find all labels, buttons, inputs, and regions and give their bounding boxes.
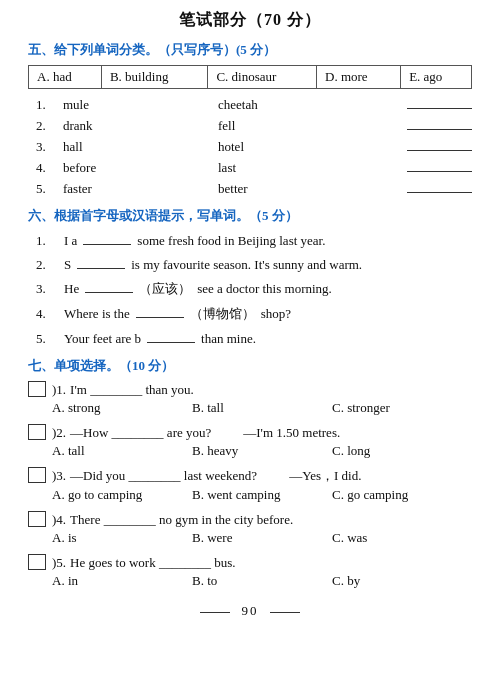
section6-title: 六、根据首字母或汉语提示，写单词。（5 分）	[28, 207, 472, 225]
section5-row-2: 3. hall hotel	[36, 139, 472, 155]
mcq-option-2: C. long	[332, 443, 472, 459]
answer-line	[407, 171, 472, 172]
mcq-bracket-row: )2. —How ________ are you?—I'm 1.50 metr…	[28, 424, 472, 441]
answer-line	[407, 192, 472, 193]
row-right: better	[218, 181, 400, 197]
row-answer	[400, 108, 472, 109]
row-right-word: hotel	[218, 139, 244, 155]
mcq-option-1: B. were	[192, 530, 332, 546]
row-left-word: mule	[63, 97, 89, 113]
fill-blank	[83, 231, 131, 245]
row-num: 5.	[36, 181, 58, 197]
row-right: cheetah	[218, 97, 400, 113]
main-title: 笔试部分（70 分）	[28, 10, 472, 31]
mcq-num: )1.	[52, 382, 66, 398]
mcq-item-1: )2. —How ________ are you?—I'm 1.50 metr…	[28, 424, 472, 459]
row-num: 2.	[36, 118, 58, 134]
item-suffix: is my favourite season. It's sunny and w…	[131, 257, 362, 273]
row-right-word: cheetah	[218, 97, 258, 113]
mcq-option-2: C. go camping	[332, 487, 472, 503]
item-suffix: than mine.	[201, 331, 256, 347]
row-right: fell	[218, 118, 400, 134]
item-prefix: I a	[64, 233, 77, 249]
row-num: 4.	[36, 160, 58, 176]
item-paren: （应该）	[139, 280, 191, 298]
section5-row-1: 2. drank fell	[36, 118, 472, 134]
section6-item-2: 3.He（应该）see a doctor this morning.	[36, 279, 472, 298]
fill-blank	[147, 329, 195, 343]
mcq-options-row: A. go to campingB. went campingC. go cam…	[52, 487, 472, 503]
section5-row-3: 4. before last	[36, 160, 472, 176]
mcq-item-3: )4. There ________ no gym in the city be…	[28, 511, 472, 546]
mcq-question-line1: —How ________ are you?	[70, 425, 211, 441]
mcq-option-2: C. was	[332, 530, 472, 546]
section6-item-3: 4.Where is the（博物馆）shop?	[36, 304, 472, 323]
mcq-options-row: A. isB. wereC. was	[52, 530, 472, 546]
answer-line	[407, 129, 472, 130]
classify-header-0: A. had	[29, 66, 102, 89]
section5-row-0: 1. mule cheetah	[36, 97, 472, 113]
mcq-bracket-row: )4. There ________ no gym in the city be…	[28, 511, 472, 528]
section5-row-4: 5. faster better	[36, 181, 472, 197]
mcq-bracket	[28, 511, 46, 527]
classify-table: A. hadB. buildingC. dinosaurD. moreE. ag…	[28, 65, 472, 89]
row-answer	[400, 192, 472, 193]
mcq-num: )4.	[52, 512, 66, 528]
mcq-bracket-row: )5. He goes to work ________ bus.	[28, 554, 472, 571]
mcq-option-1: B. to	[192, 573, 332, 589]
fill-blank	[77, 255, 125, 269]
item-prefix: Your feet are b	[64, 331, 141, 347]
mcq-question: I'm ________ than you.	[70, 382, 194, 398]
row-left-word: drank	[63, 118, 93, 134]
mcq-bracket-row: )1. I'm ________ than you.	[28, 381, 472, 398]
mcq-option-0: A. strong	[52, 400, 192, 416]
row-left: 2. drank	[36, 118, 218, 134]
section5-rows: 1. mule cheetah 2. drank fell 3. hall ho…	[36, 97, 472, 197]
mcq-question-line2: —Yes，I did.	[289, 467, 361, 485]
mcq-option-1: B. heavy	[192, 443, 332, 459]
item-suffix: shop?	[261, 306, 291, 322]
mcq-option-2: C. by	[332, 573, 472, 589]
row-left: 1. mule	[36, 97, 218, 113]
mcq-option-1: B. tall	[192, 400, 332, 416]
ex-num: 3.	[36, 281, 58, 297]
mcq-options-row: A. strongB. tallC. stronger	[52, 400, 472, 416]
mcq-bracket	[28, 424, 46, 440]
mcq-num: )2.	[52, 425, 66, 441]
mcq-option-0: A. tall	[52, 443, 192, 459]
mcq-item-4: )5. He goes to work ________ bus. A. inB…	[28, 554, 472, 589]
mcq-item-2: )3. —Did you ________ last weekend?—Yes，…	[28, 467, 472, 503]
mcq-option-2: C. stronger	[332, 400, 472, 416]
ex-num: 2.	[36, 257, 58, 273]
item-paren: （博物馆）	[190, 305, 255, 323]
item-prefix: S	[64, 257, 71, 273]
ex-num: 4.	[36, 306, 58, 322]
row-answer	[400, 129, 472, 130]
section6-item-1: 2.Sis my favourite season. It's sunny an…	[36, 255, 472, 273]
mcq-question-line1: He goes to work ________ bus.	[70, 555, 235, 571]
page-number-row: 90	[28, 603, 472, 619]
mcq-question-line2: —I'm 1.50 metres.	[243, 425, 340, 441]
mcq-option-0: A. go to camping	[52, 487, 192, 503]
row-right-word: better	[218, 181, 248, 197]
row-right: last	[218, 160, 400, 176]
mcq-option-0: A. in	[52, 573, 192, 589]
mcq-options-row: A. tallB. heavyC. long	[52, 443, 472, 459]
row-answer	[400, 150, 472, 151]
mcq-num: )3.	[52, 468, 66, 484]
item-prefix: He	[64, 281, 79, 297]
row-num: 3.	[36, 139, 58, 155]
mcq-item-0: )1. I'm ________ than you. A. strongB. t…	[28, 381, 472, 416]
ex-num: 5.	[36, 331, 58, 347]
row-left-word: faster	[63, 181, 92, 197]
classify-header-1: B. building	[101, 66, 208, 89]
section6-item-4: 5.Your feet are bthan mine.	[36, 329, 472, 347]
row-right-word: last	[218, 160, 236, 176]
classify-header-3: D. more	[317, 66, 401, 89]
mcq-question-line1: There ________ no gym in the city before…	[70, 512, 293, 528]
row-right-word: fell	[218, 118, 235, 134]
section7-title: 七、单项选择。（10 分）	[28, 357, 472, 375]
section5-title: 五、给下列单词分类。（只写序号）(5 分）	[28, 41, 472, 59]
mcq-question-line1: —Did you ________ last weekend?	[70, 468, 257, 484]
page-number: 90	[242, 603, 259, 618]
